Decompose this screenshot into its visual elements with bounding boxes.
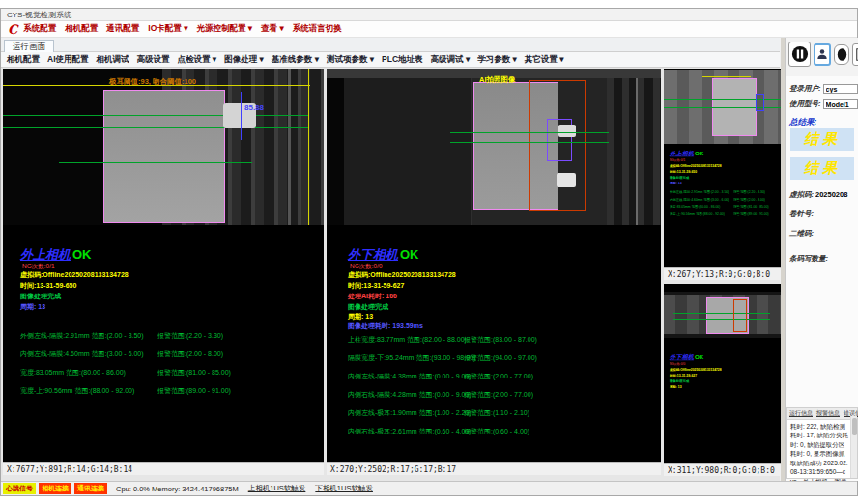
alarm-range: 报警范围:(2.20 - 3.30) (157, 331, 223, 341)
measurement-row: 隔膜宽度-下:95.24mm 范围:(93.00 - 98.00) 报警范围:(… (327, 350, 661, 368)
menu-item[interactable]: IO卡配置 ▾ (148, 23, 187, 35)
machinery-slab-left (344, 78, 472, 225)
status-bar: 心跳信号相机连接通讯连接 Cpu: 0.0% Memory: 3424.4179… (1, 481, 857, 495)
measurement-row: 内侧右线-隔膜:4.28mm 范围:(0.00 - 9.00) 报警范围:(2.… (327, 386, 661, 405)
alarm-range: 报警范围:(2.00 - 77.00) (464, 372, 533, 381)
toolbar-button[interactable]: PLC地址表 (382, 54, 423, 66)
status-badge: 心跳信号 (3, 483, 36, 494)
log-tab[interactable]: 运行信息 (789, 409, 813, 418)
toolbar-button[interactable]: 基准线参数 ▾ (272, 54, 319, 66)
measurement-value: 内侧左线-隔膜:4.38mm 范围:(0.00 - 9.00) (348, 372, 472, 381)
baseline-green-1 (673, 313, 770, 314)
qr-label: 二维码: (789, 229, 814, 238)
profile-icon (837, 47, 847, 62)
baseline-green-2 (673, 319, 770, 320)
camera-coordinate-bar: X:7677;Y:891;R:14;G:14;B:14 (3, 462, 324, 475)
login-user-button[interactable] (814, 43, 831, 66)
profile-button[interactable] (834, 44, 849, 65)
tab-run-screen[interactable]: 运行画面 (4, 40, 54, 52)
toolbar-button[interactable]: AI使用配置 (47, 54, 89, 66)
app-logo-icon: C (8, 22, 17, 37)
total-result-label: 总结果: (789, 117, 816, 128)
alarm-range: 报警范围:(0.60 - 4.00) (464, 427, 529, 436)
ai-overlay-label: AI拍照图像 (479, 75, 516, 85)
upper-camera-trigger-link[interactable]: 上相机1US软触发 (248, 484, 306, 493)
menu-item[interactable]: 系统语言切换 (293, 23, 342, 35)
camera-panel-lower-outer: AI拍照图像 外下相机OK NG次数:0/0 虚拟码:Offline202502… (327, 69, 661, 475)
menu-item[interactable]: 查看 ▾ (261, 23, 284, 35)
machinery-highlight (288, 69, 291, 225)
baseline-green-1 (450, 132, 609, 133)
exit-door-icon (855, 47, 858, 62)
user-icon (816, 47, 828, 61)
menu-item[interactable]: 通讯配置 (106, 23, 139, 35)
lower-camera-trigger-link[interactable]: 下相机1US软触发 (315, 484, 373, 493)
alarm-range: 报警范围:(2.00 - 8.00) (157, 350, 223, 359)
measurement-value: 外侧左线-隔膜:2.91mm 范围:(2.00 - 3.50) (20, 331, 144, 341)
toolbar-button[interactable]: 其它设置 ▾ (525, 54, 564, 66)
overlay-yellow-line-top (3, 70, 324, 70)
toolbar-button[interactable]: 相机配置 (7, 54, 40, 66)
result-ok-badge: OK (400, 247, 419, 262)
barcode-row: 虚拟码:20250208 (789, 190, 847, 200)
bright-feature-1 (558, 125, 576, 137)
pause-icon (791, 45, 809, 63)
thumbnail-coordinate-bar: X:311;Y:980;R:0;G:0;B:0 (664, 463, 781, 476)
status-badges: 心跳信号相机连接通讯连接 (3, 483, 110, 494)
bright-feature-2 (557, 173, 576, 187)
measurement-rows: 上柱宽度:83.77mm 范围:(82.00 - 88.00) 报警范围:(83… (327, 331, 661, 441)
control-panel-body: 登录用户: 使用型号: 总结果: 结果 结果 虚拟码:20250208 卷针号:… (786, 76, 858, 481)
baseline-green-1 (3, 115, 308, 116)
thumbnail-image-top[interactable] (664, 70, 781, 144)
camera-image-lower-outer[interactable]: AI拍照图像 (327, 69, 661, 225)
toolbar-button[interactable]: 高级调试 ▾ (431, 54, 471, 66)
toolbar-button[interactable]: 高级设置 (137, 54, 170, 66)
measurement-row: 宽度:83.05mm 范围:(80.00 - 86.00) 报警范围:(81.0… (3, 364, 324, 382)
exit-button[interactable] (852, 43, 858, 66)
pause-button[interactable] (788, 42, 811, 67)
alarm-range: 报警范围:(83.00 - 87.00) (464, 335, 537, 345)
measurement-value: 内侧右线-隔膜:4.28mm 范围:(0.00 - 9.00) (348, 390, 472, 400)
toolbar-button[interactable]: 测试项参数 ▾ (327, 54, 374, 66)
login-user-row: 登录用户: (789, 84, 858, 94)
login-user-input[interactable] (823, 84, 858, 94)
log-tab[interactable]: 报警信息 (816, 409, 840, 418)
measurement-line (241, 92, 242, 140)
barcode-line: 虚拟码:Offline20250208133134728 (20, 270, 129, 280)
control-panel: 登录用户: 使用型号: 总结果: 结果 结果 虚拟码:20250208 卷针号:… (785, 38, 858, 481)
time-line: 时间:13-31-59-627 (348, 281, 404, 291)
menu-item[interactable]: 相机配置 (65, 23, 98, 35)
camera-image-upper-outer[interactable]: 85.88 极耳阈值:93, 吻合阈值:100 (3, 69, 324, 225)
thumbnail-panel-bottom: 外下相机OK NG次数:0/0 虚拟码:Offline2025020813313… (664, 284, 781, 476)
control-buttons (788, 42, 858, 67)
cycle-line: 周期: 13 (348, 312, 373, 322)
process-done-line: 图像处理完成 (348, 302, 388, 312)
log-scrollbar-thumb[interactable] (852, 418, 857, 435)
status-badge: 相机连接 (39, 483, 72, 494)
machinery-highlight (636, 78, 638, 225)
login-user-label: 登录用户: (789, 84, 821, 93)
menu-items: 系统配置相机配置通讯配置IO卡配置 ▾光源控制配置 ▾查看 ▾系统语言切换 (23, 23, 350, 35)
log-area: 运行信息报警信息错误信息 耗时: 222, 缺陷检测耗时: 17, 缺陷分类耗时… (786, 407, 858, 479)
measurement-row: 上柱宽度:83.77mm 范围:(82.00 - 88.00) 报警范围:(83… (327, 331, 661, 350)
toolbar-button[interactable]: 学习参数 ▾ (477, 54, 517, 66)
menu-item[interactable]: 光源控制配置 ▾ (196, 23, 252, 35)
thumbnail-image-bottom[interactable] (664, 292, 781, 338)
model-label: 使用型号: (789, 99, 821, 108)
toolbar-button[interactable]: 相机调试 (97, 54, 129, 66)
measurement-value: 内侧左线-隔膜:4.60mm 范围:(3.00 - 6.00) (20, 350, 144, 359)
baseline-green-3 (59, 162, 252, 163)
model-input[interactable] (823, 99, 858, 109)
log-tabs: 运行信息报警信息错误信息 (787, 408, 857, 420)
measurement-value: 内侧右线-极耳:2.61mm 范围:(0.60 - 4.00) (348, 427, 472, 436)
machinery-stripes (607, 78, 661, 225)
measurement-row: 内侧左线-隔膜:4.60mm 范围:(3.00 - 6.00) 报警范围:(2.… (3, 346, 324, 364)
roi-orange-box (733, 299, 747, 332)
result-ok-badge: OK (72, 247, 92, 262)
menu-item[interactable]: 系统配置 (23, 23, 56, 35)
barcode-value: 20250208 (815, 190, 847, 199)
measurement-value: 内侧左线-极耳:1.90mm 范围:(1.00 - 2.20) (348, 408, 472, 418)
log-scrollbar[interactable] (850, 416, 857, 478)
toolbar-button[interactable]: 图像处理 ▾ (224, 54, 264, 66)
toolbar-button[interactable]: 点检设置 ▾ (178, 54, 217, 66)
